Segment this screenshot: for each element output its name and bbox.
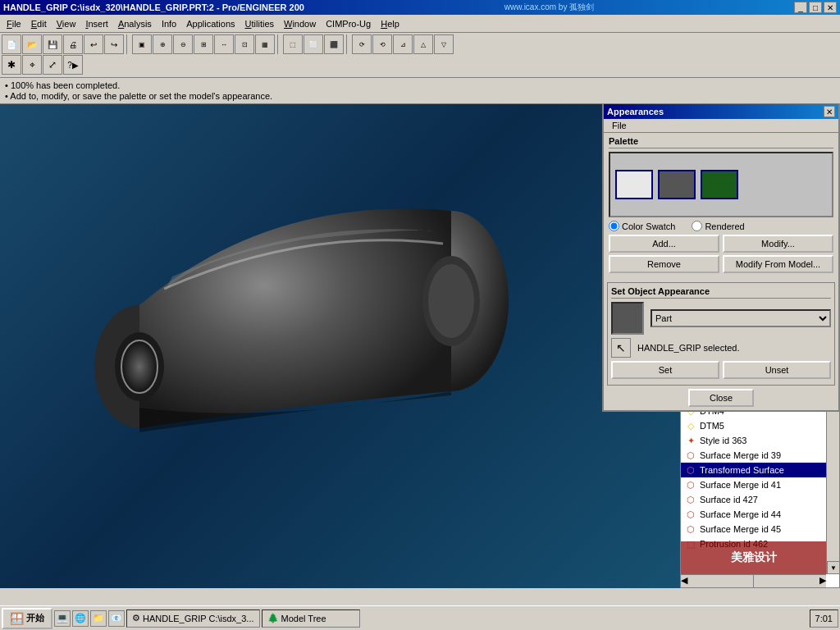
swatch-green[interactable] — [701, 170, 738, 199]
tb-undo[interactable]: ↩ — [84, 34, 103, 54]
tree-label-6: Surface Merge id 41 — [700, 480, 781, 490]
tb-sep-3 — [346, 34, 349, 54]
tb-save[interactable]: 💾 — [43, 34, 62, 54]
taskbar-icon-4[interactable]: 📧 — [108, 610, 125, 627]
tree-item-3[interactable]: ✦ Style id 363 — [681, 433, 839, 448]
modify-button[interactable]: Modify... — [723, 235, 833, 253]
tb-sep-2 — [277, 34, 281, 54]
tb-e1[interactable]: ✱ — [2, 55, 21, 75]
surface-icon-8: ⬡ — [684, 508, 697, 521]
tb-d3[interactable]: ⊿ — [393, 34, 413, 54]
set-button[interactable]: Set — [611, 361, 719, 379]
tree-item-6[interactable]: ⬡ Surface Merge id 41 — [681, 477, 839, 492]
rendered-radio-input[interactable] — [692, 221, 702, 231]
tree-label-5: Transformed Surface — [700, 465, 784, 475]
tb-b5[interactable]: ↔ — [214, 34, 234, 54]
rendered-label: Rendered — [705, 221, 744, 231]
maximize-button[interactable]: □ — [809, 2, 822, 13]
tb-b2[interactable]: ⊕ — [153, 34, 172, 54]
taskbar-app2-label: Model Tree — [281, 614, 326, 623]
rendered-radio[interactable]: Rendered — [692, 221, 744, 231]
color-swatch-radio-input[interactable] — [609, 221, 619, 231]
menu-view[interactable]: View — [52, 17, 81, 30]
surface-icon-7: ⬡ — [684, 493, 697, 506]
tb-d1[interactable]: ⟳ — [352, 34, 372, 54]
minimize-button[interactable]: _ — [794, 2, 807, 13]
close-button[interactable]: ✕ — [824, 2, 837, 13]
swatch-white[interactable] — [615, 170, 653, 199]
style-icon: ✦ — [684, 434, 697, 447]
menu-help[interactable]: Help — [376, 17, 404, 30]
unset-button[interactable]: Unset — [723, 361, 831, 379]
tb-b6[interactable]: ⊡ — [235, 34, 254, 54]
tb-b7[interactable]: ▦ — [255, 34, 275, 54]
appearance-color-swatch[interactable] — [611, 302, 644, 335]
remove-button[interactable]: Remove — [609, 255, 719, 273]
tree-item-5[interactable]: ⬡ Transformed Surface — [681, 463, 839, 477]
add-button[interactable]: Add... — [609, 235, 719, 253]
tree-item-2[interactable]: ◇ DTM5 — [681, 418, 839, 433]
taskbar-app2-icon: 🌲 — [267, 613, 279, 623]
close-button-panel[interactable]: Close — [688, 389, 754, 407]
status-line-2: • Add to, modify, or save the palette or… — [5, 91, 835, 101]
taskbar-icon-3[interactable]: 📁 — [90, 610, 107, 627]
menu-insert[interactable]: Insert — [80, 17, 113, 30]
taskbar-icon-1[interactable]: 💻 — [54, 610, 71, 627]
menu-edit[interactable]: Edit — [26, 17, 52, 30]
cursor-icon[interactable]: ↖ — [611, 338, 631, 358]
add-modify-row: Add... Modify... — [609, 235, 833, 253]
radio-group: Color Swatch Rendered — [609, 221, 745, 231]
menu-analysis[interactable]: Analysis — [113, 17, 157, 30]
ap-file-menu[interactable]: File — [607, 120, 632, 131]
tb-e2[interactable]: ⌖ — [22, 55, 42, 75]
tb-d4[interactable]: △ — [413, 34, 433, 54]
scroll-down-arrow[interactable]: ▼ — [827, 561, 840, 574]
tree-scrollbar[interactable]: ▲ ▼ — [826, 389, 839, 574]
tree-scroll-left[interactable]: ◀ — [681, 575, 754, 587]
taskbar-app1[interactable]: ⚙ HANDLE_GRIP C:\isdx_3... — [126, 609, 260, 628]
menu-window[interactable]: Window — [279, 17, 321, 30]
menu-utilities[interactable]: Utilities — [240, 17, 279, 30]
taskbar-app2[interactable]: 🌲 Model Tree — [262, 609, 360, 628]
tree-item-7[interactable]: ⬡ Surface id 427 — [681, 492, 839, 507]
tree-item-4[interactable]: ⬡ Surface Merge id 39 — [681, 448, 839, 463]
tb-e3[interactable]: ⤢ — [43, 55, 62, 75]
tb-b1[interactable]: ▣ — [132, 34, 152, 54]
tb-d2[interactable]: ⟲ — [372, 34, 392, 54]
start-button[interactable]: 🪟 开始 — [2, 608, 52, 629]
tb-open[interactable]: 📂 — [22, 34, 42, 54]
taskbar-app1-icon: ⚙ — [132, 613, 140, 623]
modify-from-model-button[interactable]: Modify From Model... — [723, 255, 833, 273]
tb-c3[interactable]: ⬛ — [324, 34, 344, 54]
tb-print[interactable]: 🖨 — [63, 34, 83, 54]
title-bar: HANDLE_GRIP C:\isdx_320\HANDLE_GRIP.PRT:… — [0, 0, 840, 15]
tb-d5[interactable]: ▽ — [434, 34, 454, 54]
appearances-file-menu: File — [604, 119, 838, 133]
tb-c2[interactable]: ⬜ — [304, 34, 323, 54]
taskbar-app1-label: HANDLE_GRIP C:\isdx_3... — [143, 614, 254, 623]
datum-icon-2: ◇ — [684, 419, 697, 432]
tb-redo[interactable]: ↪ — [104, 34, 124, 54]
tb-new[interactable]: 📄 — [2, 34, 21, 54]
appearances-title: Appearances — [607, 107, 664, 116]
menu-file[interactable]: File — [2, 17, 26, 30]
toolbar-row-2: ✱ ⌖ ⤢ ?▶ — [2, 55, 838, 75]
taskbar-icon-2[interactable]: 🌐 — [72, 610, 89, 627]
appearances-close-btn[interactable]: ✕ — [824, 106, 835, 117]
tree-item-9[interactable]: ⬡ Surface Merge id 45 — [681, 522, 839, 536]
menu-applications[interactable]: Applications — [181, 17, 240, 30]
menu-cimpro[interactable]: CIMPro-Ug — [321, 17, 376, 30]
tb-c1[interactable]: ⬚ — [283, 34, 303, 54]
part-dropdown[interactable]: Part — [651, 309, 831, 327]
tb-sep-1 — [126, 34, 130, 54]
tb-e4[interactable]: ?▶ — [63, 55, 83, 75]
tb-b4[interactable]: ⊞ — [194, 34, 213, 54]
tb-b3[interactable]: ⊖ — [173, 34, 193, 54]
color-swatch-radio[interactable]: Color Swatch — [609, 221, 675, 231]
tree-label-8: Surface Merge id 44 — [700, 509, 781, 519]
swatch-gray[interactable] — [658, 170, 696, 199]
tree-item-8[interactable]: ⬡ Surface Merge id 44 — [681, 507, 839, 522]
tree-scroll-right[interactable]: ▶ — [754, 575, 826, 587]
menu-info[interactable]: Info — [157, 17, 181, 30]
appearances-panel: Appearances ✕ File Palette Color Swatch — [602, 104, 840, 412]
